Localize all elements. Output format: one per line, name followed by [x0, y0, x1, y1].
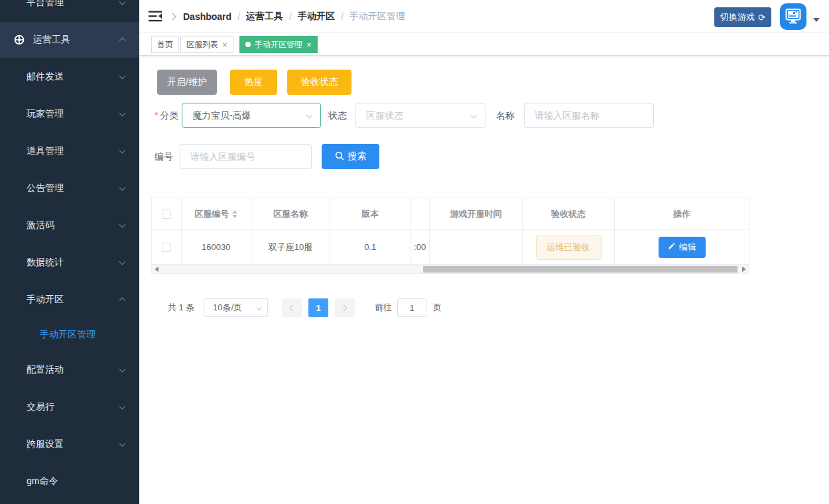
prev-page-button[interactable] — [282, 298, 302, 317]
sidebar-item-gm-command[interactable]: gm命令 — [0, 463, 139, 500]
current-page-button[interactable]: 1 — [308, 298, 328, 317]
cell-accept-status: 运维已验收 — [523, 230, 615, 264]
page-unit-label: 页 — [433, 298, 442, 317]
tab-server-list[interactable]: 区服列表 × — [180, 36, 233, 53]
column-header-open-time: 游戏开服时间 — [430, 198, 523, 229]
switch-game-button[interactable]: 切换游戏 ⟳ — [714, 7, 771, 27]
cell-server-name: 双子座10服 — [251, 230, 331, 264]
chevron-down-icon — [119, 259, 126, 265]
life-ring-icon — [13, 34, 25, 46]
status-select-placeholder: 区服状态 — [366, 110, 403, 121]
category-label: *分类 — [155, 103, 178, 128]
chevron-down-icon — [119, 184, 126, 191]
close-icon[interactable]: × — [306, 40, 312, 49]
cell-actions: 编辑 — [615, 230, 749, 264]
sidebar-item-platform[interactable]: 平台管理 — [0, 0, 139, 21]
chevron-up-icon — [119, 297, 126, 304]
sidebar-item-label: gm命令 — [27, 475, 58, 487]
breadcrumb-chevron-icon — [168, 13, 176, 20]
scroll-left-arrow-icon[interactable] — [155, 267, 159, 272]
select-all-checkbox[interactable] — [162, 210, 171, 219]
sidebar-item-config-activity[interactable]: 配置活动 — [0, 351, 139, 389]
sidebar-item-mail[interactable]: 邮件发送 — [0, 58, 139, 95]
breadcrumb-ops-tools[interactable]: 运营工具 — [246, 11, 283, 23]
cell-server-id: 160030 — [182, 230, 251, 264]
active-tab-dot — [245, 42, 251, 47]
close-icon[interactable]: × — [222, 40, 227, 49]
chevron-down-icon — [119, 403, 126, 410]
chevron-up-icon — [119, 37, 126, 44]
column-header-server-id[interactable]: 区服编号 — [182, 198, 251, 229]
server-code-input[interactable] — [180, 144, 312, 169]
breadcrumb-dashboard[interactable]: Dashboard — [183, 11, 231, 22]
search-button[interactable]: 搜索 — [322, 144, 379, 169]
chevron-down-icon — [306, 112, 313, 119]
horizontal-scrollbar[interactable] — [151, 265, 749, 274]
total-count-label: 共 1 条 — [168, 298, 194, 317]
cell-open-time — [430, 230, 523, 264]
search-icon — [335, 151, 344, 162]
sidebar-item-label: 公告管理 — [27, 182, 64, 194]
chevron-down-icon — [119, 147, 126, 154]
pagination: 共 1 条 10条/页 1 前往 页 — [139, 298, 829, 317]
refresh-icon: ⟳ — [758, 13, 765, 23]
sidebar-item-manual-open[interactable]: 手动开区 — [0, 281, 139, 318]
cell-clipped-time: :00 — [411, 230, 430, 264]
sidebar-item-cross-server[interactable]: 跨服设置 — [0, 426, 139, 463]
column-header-accept-status: 验收状态 — [523, 198, 615, 229]
edit-label: 编辑 — [679, 241, 696, 253]
next-page-button[interactable] — [335, 298, 355, 317]
sidebar-item-label: 运营工具 — [33, 34, 70, 46]
status-select[interactable]: 区服状态 — [355, 103, 485, 128]
accept-status-button[interactable]: 验收状态 — [287, 70, 351, 95]
breadcrumb-separator: / — [289, 11, 292, 22]
status-label: 状态 — [328, 103, 347, 128]
pencil-icon — [668, 242, 676, 252]
scroll-right-arrow-icon[interactable] — [742, 267, 746, 272]
server-name-input[interactable] — [524, 103, 654, 128]
sidebar: 平台管理 运营工具 邮件发送 玩家管理 道具管理 公告管理 激活码 数 — [0, 0, 139, 504]
row-checkbox[interactable] — [162, 243, 171, 252]
chevron-down-icon — [119, 0, 126, 5]
sidebar-item-label: 邮件发送 — [27, 71, 64, 83]
breadcrumb-separator: / — [237, 11, 240, 22]
sort-carets-icon[interactable] — [232, 210, 237, 218]
sidebar-item-announcements[interactable]: 公告管理 — [0, 170, 139, 207]
top-bar: Dashboard / 运营工具 / 手动开区 / 手动开区管理 切换游戏 ⟳ … — [139, 0, 829, 33]
sidebar-item-ops-tools[interactable]: 运营工具 — [0, 21, 139, 58]
tab-manual-open-management[interactable]: 手动开区管理 × — [239, 36, 318, 53]
code-label: 编号 — [155, 144, 173, 169]
sidebar-item-players[interactable]: 玩家管理 — [0, 95, 139, 133]
sidebar-item-props[interactable]: 道具管理 — [0, 133, 139, 170]
sidebar-item-activation-codes[interactable]: 激活码 — [0, 207, 139, 244]
sidebar-item-label: 激活码 — [27, 220, 54, 231]
edit-button[interactable]: 编辑 — [659, 237, 706, 258]
tab-label: 区服列表 — [186, 39, 218, 50]
goto-label: 前往 — [375, 298, 392, 317]
search-label: 搜索 — [348, 151, 367, 162]
sidebar-item-label: 交易行 — [27, 401, 54, 413]
sidebar-item-manual-open-management[interactable]: 手动开区管理 — [0, 318, 139, 351]
page-size-select[interactable]: 10条/页 — [204, 298, 268, 317]
open-maintain-button[interactable]: 开启/维护 — [157, 70, 217, 95]
sidebar-item-label: 手动开区管理 — [40, 329, 96, 341]
column-header-version: 版本 — [330, 198, 411, 229]
tags-view-bar: 首页 区服列表 × 手动开区管理 × — [139, 33, 829, 56]
sidebar-item-label: 数据统计 — [27, 257, 64, 269]
tab-home[interactable]: 首页 — [151, 36, 179, 53]
sidebar-toggle-icon[interactable] — [149, 11, 162, 25]
page-size-value: 10条/页 — [213, 302, 242, 312]
table-header-row: 区服编号 区服名称 版本 游戏开服时间 验收状态 操作 — [152, 198, 749, 229]
admin-avatar[interactable]: ADMIN — [780, 3, 806, 30]
sidebar-item-trading[interactable]: 交易行 — [0, 389, 139, 426]
sidebar-item-label: 跨服设置 — [27, 438, 64, 450]
breadcrumb-manual-open[interactable]: 手动开区 — [298, 11, 335, 23]
chevron-down-icon — [119, 366, 126, 373]
category-select[interactable]: 魔力宝贝-高爆 — [182, 103, 321, 128]
scrollbar-thumb[interactable] — [423, 266, 737, 273]
sidebar-item-label: 手动开区 — [27, 294, 64, 306]
avatar-caret-down-icon[interactable] — [813, 18, 820, 22]
heat-button[interactable]: 热度 — [230, 70, 277, 95]
goto-page-input[interactable] — [397, 298, 426, 317]
sidebar-item-statistics[interactable]: 数据统计 — [0, 244, 139, 281]
